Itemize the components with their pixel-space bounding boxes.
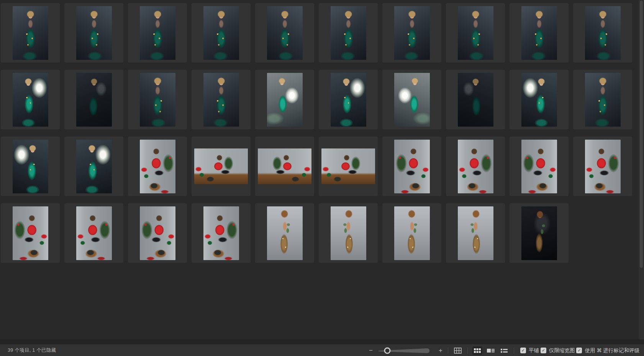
photo-cell[interactable] [573,137,632,196]
photo-thumbnail[interactable] [140,140,175,193]
photo-thumbnail[interactable] [458,6,493,60]
photo-thumbnail[interactable] [458,73,493,127]
photo-thumbnail[interactable] [140,73,175,127]
photo-cell[interactable] [573,3,632,63]
photo-thumbnail[interactable] [13,73,48,127]
photo-cell[interactable] [1,137,60,196]
photo-thumbnail[interactable] [76,6,112,60]
horizontal-scroll-strip [0,340,644,344]
photo-cell[interactable] [192,137,251,196]
photo-thumbnail[interactable] [585,73,621,127]
scrollbar-thumb[interactable] [640,1,643,268]
checkbox[interactable]: ✓ [541,348,546,353]
photo-cell[interactable] [382,203,441,263]
photo-thumbnail[interactable] [331,206,366,260]
photo-thumbnail[interactable] [140,206,175,260]
zoom-out-button[interactable]: − [368,347,374,354]
photo-cell[interactable] [128,3,187,63]
photo-thumbnail[interactable] [458,140,493,193]
photo-cell[interactable] [382,70,441,129]
photo-cell[interactable] [64,203,123,263]
photo-thumbnail[interactable] [394,6,430,60]
thumbnail-grid-view-button[interactable] [472,346,482,355]
zoom-in-button[interactable]: + [438,347,443,354]
photo-cell[interactable] [510,203,569,263]
photo-cell[interactable] [1,70,60,129]
photo-thumbnail[interactable] [267,206,303,260]
photo-thumbnail[interactable] [258,148,311,184]
photo-cell[interactable] [573,70,632,129]
photo-cell[interactable] [255,137,314,196]
photo-cell[interactable] [319,137,378,196]
photo-cell[interactable] [510,3,569,63]
photo-cell[interactable] [446,203,505,263]
photo-cell[interactable] [128,70,187,129]
photo-thumbnail[interactable] [458,206,493,260]
preview-list-view-button[interactable] [486,346,496,355]
photo-thumbnail[interactable] [585,6,621,60]
checkbox-label: 仅限缩览图 [549,347,575,354]
photo-cell[interactable] [64,70,123,129]
photo-thumbnail[interactable] [267,73,303,127]
photo-thumbnail[interactable] [321,148,375,184]
photo-cell[interactable] [382,137,441,196]
photo-thumbnail[interactable] [267,6,303,60]
photo-thumbnail[interactable] [331,6,366,60]
photo-thumbnail[interactable] [194,148,248,184]
view-controls: − + [368,346,639,356]
thumbnail-grid-icon [474,348,481,354]
photo-thumbnail[interactable] [521,6,557,60]
photo-cell[interactable] [192,203,251,263]
photo-cell[interactable] [446,137,505,196]
photo-thumbnail[interactable] [394,73,430,127]
photo-thumbnail[interactable] [203,73,239,127]
photo-thumbnail[interactable] [13,140,48,193]
photo-cell[interactable] [255,203,314,263]
photo-thumbnail[interactable] [203,206,239,260]
photo-cell[interactable] [319,203,378,263]
photo-thumbnail[interactable] [76,140,112,193]
photo-cell[interactable] [192,70,251,129]
photo-cell[interactable] [319,3,378,63]
checkbox[interactable]: ✓ [520,348,526,353]
photo-cell[interactable] [510,70,569,129]
checkbox-group-2: ✓使用 ⌘ 进行标记和评级 [576,347,639,354]
photo-cell[interactable] [319,70,378,129]
photo-cell[interactable] [510,137,569,196]
photo-thumbnail[interactable] [76,206,112,260]
detail-list-view-button[interactable] [499,346,509,355]
slider-knob[interactable] [385,348,390,353]
photo-cell[interactable] [128,203,187,263]
checkbox-label: 平铺 [529,347,539,354]
photo-cell[interactable] [382,3,441,63]
photo-thumbnail[interactable] [521,206,557,260]
photo-cell[interactable] [1,3,60,63]
table-grid-icon [454,348,462,354]
photo-thumbnail[interactable] [76,73,112,127]
checkbox[interactable]: ✓ [576,348,582,353]
photo-cell[interactable] [446,70,505,129]
thumbnail-size-slider[interactable] [377,346,434,356]
separator [448,348,448,354]
photo-thumbnail[interactable] [13,6,48,60]
photo-cell[interactable] [64,3,123,63]
photo-cell[interactable] [255,70,314,129]
photo-cell[interactable] [255,3,314,63]
photo-thumbnail[interactable] [521,140,557,193]
photo-thumbnail[interactable] [585,140,621,193]
photo-cell[interactable] [64,137,123,196]
photo-thumbnail[interactable] [13,206,48,260]
photo-thumbnail[interactable] [394,206,430,260]
photo-cell[interactable] [1,203,60,263]
photo-thumbnail[interactable] [331,73,366,127]
photo-thumbnail[interactable] [521,73,557,127]
photo-thumbnail[interactable] [140,6,175,60]
vertical-scrollbar[interactable] [639,0,644,340]
photo-thumbnail[interactable] [394,140,430,193]
photo-thumbnail[interactable] [203,6,239,60]
photo-cell[interactable] [192,3,251,63]
photo-cell[interactable] [446,3,505,63]
photo-cell[interactable] [128,137,187,196]
separator [514,348,514,354]
table-grid-view-button[interactable] [453,346,463,355]
